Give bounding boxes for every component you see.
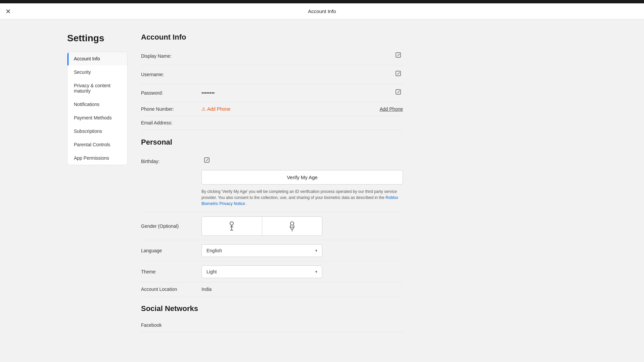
language-chevron-icon: ▾ xyxy=(315,248,317,253)
gender-female-option[interactable] xyxy=(262,217,322,236)
gender-male-option[interactable] xyxy=(202,217,262,236)
sidebar-item-app-permissions[interactable]: App Permissions xyxy=(67,151,127,165)
close-button[interactable]: ✕ xyxy=(5,8,11,15)
sidebar-item-account-info[interactable]: Account Info xyxy=(67,52,127,65)
password-row: Password: •••••••• xyxy=(141,84,403,102)
account-location-row: Account Location India xyxy=(141,282,403,296)
account-location-label: Account Location xyxy=(141,287,201,292)
display-name-label: Display Name: xyxy=(141,53,201,59)
birthday-row-top xyxy=(201,157,403,165)
account-location-value: India xyxy=(201,287,403,292)
personal-section: Personal Birthday: xyxy=(141,138,403,296)
gender-row: Gender (Optional) xyxy=(141,212,403,240)
social-networks-section: Social Networks Facebook xyxy=(141,304,403,332)
birthday-row: Birthday: Verify My Age xyxy=(141,152,403,212)
content-area: Account Info Display Name: Username: xyxy=(141,33,403,349)
password-value: •••••••• xyxy=(201,90,394,96)
sidebar-item-notifications[interactable]: Notifications xyxy=(67,98,127,111)
username-row: Username: xyxy=(141,65,403,84)
language-value: English xyxy=(206,248,222,253)
display-name-row: Display Name: xyxy=(141,47,403,65)
language-dropdown[interactable]: English ▾ xyxy=(201,244,322,257)
birthday-content: Verify My Age By clicking 'Verify My Age… xyxy=(201,157,403,207)
theme-chevron-icon: ▾ xyxy=(315,269,317,274)
phone-warning: ⚠ Add Phone xyxy=(201,106,230,112)
sidebar-item-privacy[interactable]: Privacy & content maturity xyxy=(67,79,127,98)
sidebar: Settings Account Info Security Privacy &… xyxy=(67,33,128,349)
add-phone-link[interactable]: Add Phone xyxy=(380,106,403,112)
verify-age-button[interactable]: Verify My Age xyxy=(201,170,403,185)
display-name-edit-icon[interactable] xyxy=(394,51,403,61)
phone-label: Phone Number: xyxy=(141,106,201,112)
phone-add-warning-text[interactable]: Add Phone xyxy=(207,106,230,112)
sidebar-nav: Account Info Security Privacy & content … xyxy=(67,52,128,165)
birthday-label: Birthday: xyxy=(141,157,201,164)
top-bar xyxy=(0,0,644,3)
warning-icon: ⚠ xyxy=(201,106,206,112)
language-row: Language English ▾ xyxy=(141,240,403,261)
email-label: Email Address: xyxy=(141,120,201,125)
phone-row: Phone Number: ⚠ Add Phone Add Phone xyxy=(141,102,403,116)
gender-label: Gender (Optional) xyxy=(141,223,201,229)
svg-point-4 xyxy=(230,222,233,225)
gender-selector xyxy=(201,216,322,236)
password-label: Password: xyxy=(141,90,201,96)
facebook-row: Facebook xyxy=(141,318,403,332)
sidebar-item-parental-controls[interactable]: Parental Controls xyxy=(67,138,127,151)
password-edit-icon[interactable] xyxy=(394,88,403,98)
theme-dropdown[interactable]: Light ▾ xyxy=(201,265,322,278)
username-label: Username: xyxy=(141,72,201,77)
social-networks-title: Social Networks xyxy=(141,304,403,313)
window-title: Account Info xyxy=(308,8,336,14)
title-bar: ✕ Account Info xyxy=(0,3,644,19)
account-info-title: Account Info xyxy=(141,33,403,42)
theme-label: Theme xyxy=(141,269,201,274)
theme-row: Theme Light ▾ xyxy=(141,261,403,282)
theme-value: Light xyxy=(206,269,217,274)
language-label: Language xyxy=(141,248,201,253)
birthday-edit-icon[interactable] xyxy=(204,157,210,165)
username-edit-icon[interactable] xyxy=(394,69,403,80)
sidebar-item-payment-methods[interactable]: Payment Methods xyxy=(67,111,127,124)
facebook-label: Facebook xyxy=(141,322,201,328)
main-container: Settings Account Info Security Privacy &… xyxy=(0,19,644,362)
svg-point-5 xyxy=(290,222,294,225)
email-row: Email Address: xyxy=(141,116,403,130)
close-icon: ✕ xyxy=(5,8,11,15)
verify-disclaimer: By clicking 'Verify My Age' you will be … xyxy=(201,189,403,207)
page-heading: Settings xyxy=(67,33,128,44)
sidebar-item-subscriptions[interactable]: Subscriptions xyxy=(67,124,127,138)
sidebar-item-security[interactable]: Security xyxy=(67,65,127,79)
personal-title: Personal xyxy=(141,138,403,147)
